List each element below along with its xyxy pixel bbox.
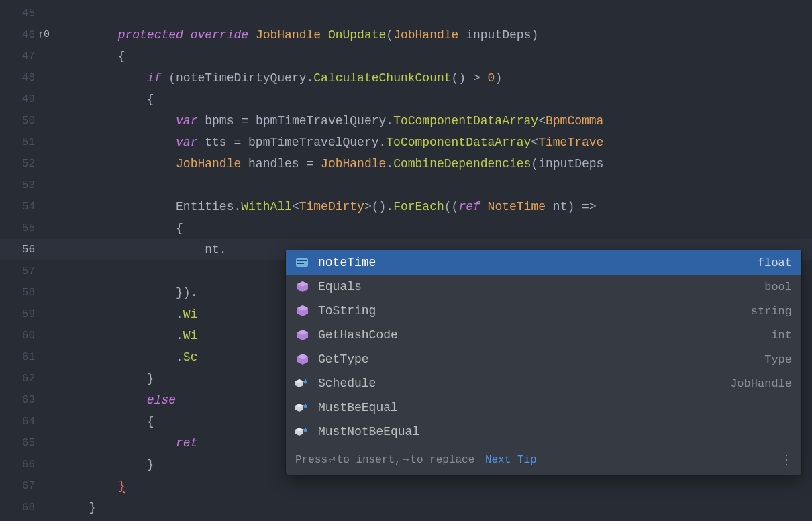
autocomplete-item[interactable]: ToString string — [286, 299, 801, 323]
field-icon — [295, 255, 310, 270]
autocomplete-label: Equals — [318, 280, 764, 293]
line-number[interactable]: 51 — [0, 132, 67, 153]
line-number[interactable]: 64 — [0, 411, 67, 432]
method-icon — [295, 352, 310, 367]
code-line[interactable]: { — [67, 89, 812, 110]
line-number[interactable]: 57 — [0, 260, 67, 282]
autocomplete-item[interactable]: Schedule JobHandle — [286, 371, 801, 395]
autocomplete-label: GetHashCode — [318, 328, 771, 342]
line-number[interactable]: 47 — [0, 46, 67, 67]
autocomplete-type: bool — [764, 281, 792, 293]
next-tip-link[interactable]: Next Tip — [478, 454, 536, 466]
code-line[interactable]: } — [67, 475, 812, 497]
footer-text: to insert, — [337, 454, 401, 466]
autocomplete-item[interactable]: noteTime float — [286, 250, 801, 275]
autocomplete-item[interactable]: MustNotBeEqual — [286, 420, 801, 444]
line-number[interactable]: 67 — [0, 475, 67, 497]
ext-icon — [295, 424, 310, 439]
line-number[interactable]: 53 — [0, 175, 67, 196]
autocomplete-footer: Press ⏎ to insert, → to replace Next Tip… — [286, 444, 801, 475]
line-number[interactable]: 61 — [0, 346, 67, 368]
ext-icon — [295, 376, 310, 391]
autocomplete-item[interactable]: Equals bool — [286, 275, 801, 299]
autocomplete-label: GetType — [318, 352, 764, 366]
line-number[interactable]: 48 — [0, 67, 67, 89]
line-number[interactable]: 60 — [0, 325, 67, 346]
line-number[interactable]: 63 — [0, 389, 67, 411]
svg-rect-1 — [297, 260, 307, 261]
autocomplete-label: noteTime — [318, 256, 758, 269]
autocomplete-label: ToString — [318, 304, 751, 318]
line-number[interactable]: 54 — [0, 196, 67, 218]
footer-text: Press — [295, 454, 327, 466]
gutter: 4546↑04748495051525354555657585960616263… — [0, 0, 67, 521]
line-number[interactable]: 59 — [0, 303, 67, 325]
line-number[interactable]: 45 — [0, 3, 67, 24]
code-line[interactable]: } — [67, 497, 812, 518]
autocomplete-item[interactable]: GetType Type — [286, 347, 801, 371]
code-line[interactable]: var tts = bpmTimeTravelQuery.ToComponent… — [67, 132, 812, 153]
autocomplete-type: JobHandle — [730, 377, 792, 390]
autocomplete-popup: noteTime float Equals bool ToString stri… — [285, 250, 802, 475]
code-line[interactable] — [67, 175, 812, 196]
autocomplete-type: string — [751, 305, 792, 318]
autocomplete-item[interactable]: GetHashCode int — [286, 323, 801, 347]
line-number[interactable]: 56 — [0, 239, 67, 260]
code-line[interactable]: if (noteTimeDirtyQuery.CalculateChunkCou… — [67, 67, 812, 89]
line-number[interactable]: 58 — [0, 282, 67, 303]
line-number[interactable]: 55 — [0, 218, 67, 239]
autocomplete-type: Type — [764, 353, 792, 366]
autocomplete-item[interactable]: MustBeEqual — [286, 395, 801, 420]
tab-key-icon: → — [401, 454, 411, 466]
code-line[interactable]: { — [67, 46, 812, 67]
autocomplete-label: MustBeEqual — [318, 401, 792, 414]
autocomplete-label: MustNotBeEqual — [318, 425, 792, 438]
svg-rect-2 — [297, 263, 304, 264]
line-number[interactable]: 66 — [0, 454, 67, 475]
footer-text: to replace — [410, 454, 474, 466]
line-number[interactable]: 46↑0 — [0, 24, 67, 46]
line-number[interactable]: 68 — [0, 497, 67, 518]
line-number[interactable]: 65 — [0, 432, 67, 454]
code-line[interactable] — [67, 3, 812, 24]
line-number[interactable]: 62 — [0, 368, 67, 389]
autocomplete-label: Schedule — [318, 377, 730, 390]
autocomplete-type: int — [771, 329, 792, 342]
enter-key-icon: ⏎ — [327, 453, 337, 467]
autocomplete-type: float — [758, 256, 792, 269]
method-icon — [295, 279, 310, 294]
code-line[interactable]: protected override JobHandle OnUpdate(Jo… — [67, 24, 812, 46]
code-line[interactable]: { — [67, 218, 812, 239]
code-line[interactable]: JobHandle handles = JobHandle.CombineDep… — [67, 153, 812, 175]
code-line[interactable]: var bpms = bpmTimeTravelQuery.ToComponen… — [67, 110, 812, 132]
method-icon — [295, 328, 310, 342]
ext-icon — [295, 400, 310, 415]
vcs-marker[interactable]: ↑0 — [38, 24, 50, 46]
line-number[interactable]: 50 — [0, 110, 67, 132]
line-number[interactable]: 49 — [0, 89, 67, 110]
method-icon — [295, 303, 310, 318]
more-icon[interactable]: ⋮ — [780, 451, 792, 468]
code-line[interactable]: Entities.WithAll<TimeDirty>().ForEach((r… — [67, 196, 812, 218]
line-number[interactable]: 52 — [0, 153, 67, 175]
